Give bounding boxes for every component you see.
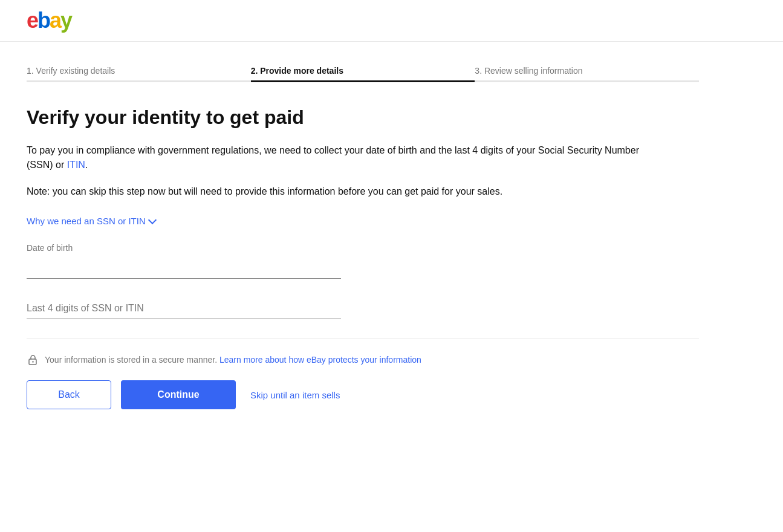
divider [27,339,699,339]
security-row: Your information is stored in a secure m… [27,354,699,366]
ssn-group [27,298,699,319]
actions: Back Continue Skip until an item sells [27,380,699,409]
ssn-expand-link[interactable]: Why we need an SSN or ITIN [27,216,699,226]
logo-letter-y: y [60,10,71,31]
header: e b a y [0,0,783,42]
itin-link[interactable]: ITIN [67,160,85,170]
step-3: 3. Review selling information [475,66,699,82]
step-1: 1. Verify existing details [27,66,251,82]
ssn-expand-label: Why we need an SSN or ITIN [27,216,146,226]
security-text: Your information is stored in a secure m… [45,355,421,365]
back-button[interactable]: Back [27,380,111,409]
svg-point-1 [32,361,33,362]
continue-button[interactable]: Continue [121,380,236,409]
logo-letter-b: b [37,10,50,31]
logo-letter-a: a [50,10,60,31]
lock-icon [27,354,39,366]
step-1-label: 1. Verify existing details [27,66,251,80]
stepper: 1. Verify existing details 2. Provide mo… [27,66,699,82]
step-3-line [475,80,699,82]
date-of-birth-input[interactable] [27,258,341,279]
step-3-label: 3. Review selling information [475,66,699,80]
step-2-line [251,80,475,82]
step-2-label: 2. Provide more details [251,66,475,80]
date-of-birth-group: Date of birth [27,243,699,279]
learn-more-link[interactable]: Learn more about how eBay protects your … [219,355,421,365]
step-2: 2. Provide more details [251,66,475,82]
chevron-down-icon [148,215,157,224]
ebay-logo: e b a y [27,10,756,31]
step-1-line [27,80,251,82]
note-text: Note: you can skip this step now but wil… [27,184,631,199]
ssn-input[interactable] [27,298,341,319]
main-content: 1. Verify existing details 2. Provide mo… [0,42,726,433]
skip-link[interactable]: Skip until an item sells [250,390,340,400]
logo-letter-e: e [27,10,37,31]
body-text: To pay you in compliance with government… [27,143,668,172]
date-of-birth-label: Date of birth [27,243,699,253]
page-title: Verify your identity to get paid [27,106,699,129]
